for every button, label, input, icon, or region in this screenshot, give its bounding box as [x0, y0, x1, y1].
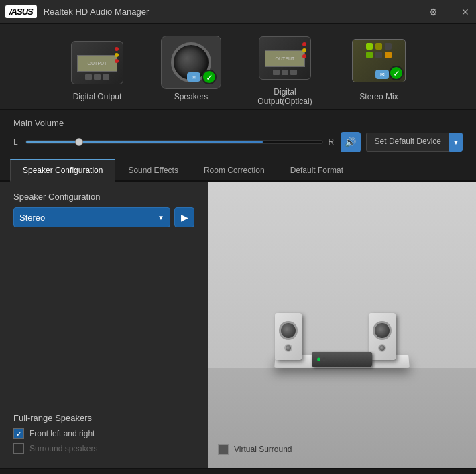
surround-speakers-row: Surround speakers: [13, 443, 194, 454]
bottom-bar: Analog Front Rear Digital: [0, 468, 476, 474]
set-default-device-button[interactable]: Set Default Device: [366, 133, 449, 152]
virtual-surround-row: Virtual Surround: [218, 444, 292, 455]
default-device-container: Set Default Device ▼: [366, 133, 463, 152]
tab-room-correction[interactable]: Room Correction: [191, 159, 278, 180]
device-item-speakers[interactable]: ✉ ✓ Speakers: [154, 36, 228, 101]
dropdown-arrow-icon: ▼: [158, 214, 164, 221]
mix-cell-4: [366, 52, 373, 58]
speaker-config-dropdown[interactable]: Stereo ▼: [13, 207, 170, 227]
mixer-icon-container: ✉ ✓: [352, 39, 406, 86]
mixer-row1: [366, 43, 392, 50]
left-speaker-woofer: [279, 321, 298, 340]
right-speaker: [369, 313, 396, 360]
chat-bubble-mixer: ✉: [375, 70, 389, 79]
rec-dot-red: [115, 47, 119, 51]
ctrl-btn-c: [290, 70, 297, 75]
left-speaker-body: [275, 313, 302, 360]
check-badge-mixer: ✓: [389, 66, 404, 80]
virtual-surround-label: Virtual Surround: [234, 445, 292, 454]
device-row: OUTPUT Digital Output ✉ ✓ Speakers: [0, 24, 476, 110]
mixer-row2: [366, 52, 392, 58]
rec-light-1: [317, 357, 320, 361]
front-left-right-checkbox[interactable]: ✓: [13, 428, 24, 439]
recorder-icon-2: OUTPUT: [259, 36, 311, 80]
tabs-row: Speaker Configuration Sound Effects Room…: [0, 158, 476, 182]
speaker-config-label: Speaker Configuration: [13, 192, 194, 202]
volume-right-label: R: [329, 137, 335, 147]
volume-row: L R 🔊 Set Default Device ▼: [13, 132, 463, 152]
fullrange-section: Full-range Speakers ✓ Front left and rig…: [13, 403, 194, 458]
center-receiver: [312, 352, 372, 367]
virtual-surround-checkbox[interactable]: [218, 444, 229, 455]
ctrl-btn-1: [85, 74, 92, 80]
title-bar: /ASUS Realtek HD Audio Manager ⚙ — ✕: [0, 0, 476, 24]
rec-dot-red2: [115, 59, 119, 63]
left-speaker-tweeter: [284, 344, 292, 352]
check-badge-speakers: ✓: [202, 70, 217, 84]
ctrl-btn-b: [282, 70, 288, 75]
rec-controls-2: [273, 70, 297, 75]
asus-logo: /ASUS: [5, 5, 37, 18]
ctrl-btn-a: [273, 70, 280, 75]
device-icon-wrap-optical: OUTPUT: [255, 31, 315, 84]
rec-dots-2: [302, 42, 306, 58]
dropdown-selected-value: Stereo: [19, 213, 45, 223]
chat-bubble-speakers: ✉: [187, 72, 200, 82]
fullrange-label: Full-range Speakers: [13, 413, 194, 423]
settings-button[interactable]: ⚙: [428, 7, 438, 17]
volume-thumb[interactable]: [75, 138, 83, 146]
ctrl-btn-3: [103, 74, 109, 80]
ctrl-btn-2: [94, 74, 101, 80]
minimize-button[interactable]: —: [444, 7, 455, 17]
tab-default-format[interactable]: Default Format: [278, 159, 356, 180]
rec-light-2: [322, 357, 326, 361]
right-speaker-woofer: [373, 321, 392, 340]
device-item-digital-output[interactable]: OUTPUT Digital Output: [60, 36, 134, 101]
receiver-lights: [317, 357, 326, 361]
device-label-optical: Digital Output(Optical): [248, 87, 322, 106]
device-icon-wrap-stereo-mix: ✉ ✓: [349, 36, 409, 89]
rec-screen-2: OUTPUT: [265, 50, 305, 67]
tab-speaker-configuration[interactable]: Speaker Configuration: [10, 159, 115, 182]
mix-cell-1: [366, 43, 373, 50]
mix-cell-6: [385, 52, 392, 58]
right-panel: Virtual Surround: [208, 182, 476, 468]
rec-controls: [85, 74, 109, 80]
volume-fill: [26, 141, 263, 143]
front-left-right-row: ✓ Front left and right: [13, 428, 194, 439]
tab-sound-effects[interactable]: Sound Effects: [115, 159, 191, 180]
rec-dot-y1: [302, 48, 306, 52]
mixer-body: ✉ ✓: [352, 39, 406, 82]
device-item-optical[interactable]: OUTPUT Digital Output(Optical): [248, 31, 322, 106]
speaker-config-dropdown-row: Stereo ▼ ▶: [13, 207, 194, 227]
front-left-right-label: Front left and right: [29, 429, 95, 438]
device-item-stereo-mix[interactable]: ✉ ✓ Stereo Mix: [342, 36, 416, 101]
window-controls: ⚙ — ✕: [428, 7, 471, 17]
app-title: Realtek HD Audio Manager: [44, 7, 428, 17]
rec-dot-r2: [302, 54, 306, 58]
mix-cell-2: [375, 43, 382, 50]
device-label-digital-output: Digital Output: [73, 92, 122, 101]
mix-cell-5: [375, 52, 382, 58]
close-button[interactable]: ✕: [460, 7, 471, 17]
surround-speakers-checkbox[interactable]: [13, 443, 24, 454]
default-device-dropdown-arrow[interactable]: ▼: [449, 133, 463, 152]
wall-bg: [208, 182, 476, 368]
surround-speakers-label: Surround speakers: [29, 444, 97, 453]
right-speaker-tweeter: [378, 344, 386, 352]
speaker-icon-container: ✉ ✓: [164, 39, 218, 86]
recorder-icon-1: OUTPUT: [71, 41, 123, 84]
device-icon-wrap-digital-output: OUTPUT: [67, 36, 127, 89]
mix-cell-3: [385, 43, 392, 50]
device-label-speakers: Speakers: [174, 92, 209, 101]
speaker-scene: Virtual Surround: [208, 182, 476, 468]
play-test-button[interactable]: ▶: [174, 207, 194, 227]
left-panel: Speaker Configuration Stereo ▼ ▶ Full-ra…: [0, 182, 208, 468]
speaker-config-section: Speaker Configuration Stereo ▼ ▶: [13, 192, 194, 227]
volume-icon-button[interactable]: 🔊: [341, 132, 361, 152]
rec-dot-r1: [302, 42, 306, 46]
volume-section: Main Volume L R 🔊 Set Default Device ▼: [0, 110, 476, 158]
volume-slider[interactable]: [25, 140, 323, 144]
volume-label: Main Volume: [13, 118, 463, 128]
rec-screen: OUTPUT: [77, 55, 117, 72]
